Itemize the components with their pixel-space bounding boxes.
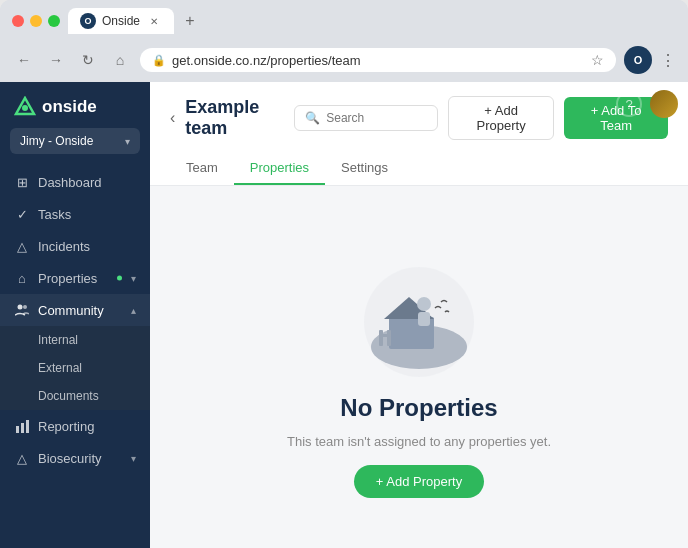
svg-rect-6 — [26, 420, 29, 433]
properties-icon: ⌂ — [14, 270, 30, 286]
title-row: ‹ Example team — [170, 97, 294, 139]
org-selector-chevron: ▾ — [125, 136, 130, 147]
community-section: Community ▴ Internal External Documents — [0, 294, 150, 410]
back-nav-button[interactable]: ← — [12, 48, 36, 72]
empty-state-add-button[interactable]: + Add Property — [354, 465, 484, 498]
sidebar-community-label: Community — [38, 303, 123, 318]
sidebar-item-biosecurity[interactable]: △ Biosecurity ▾ — [0, 442, 150, 474]
header-top-row: ‹ Example team 🔍 + Add Property + Add To… — [170, 96, 668, 140]
sidebar-item-reporting[interactable]: Reporting — [0, 410, 150, 442]
browser-tabs: O Onside ✕ + — [68, 8, 676, 34]
org-selector[interactable]: Jimy - Onside ▾ — [10, 128, 140, 154]
sidebar-item-incidents[interactable]: △ Incidents — [0, 230, 150, 262]
sidebar-nav: ⊞ Dashboard ✓ Tasks △ Incidents ⌂ Proper… — [0, 166, 150, 548]
tab-close-button[interactable]: ✕ — [146, 13, 162, 29]
bookmark-icon[interactable]: ☆ — [591, 52, 604, 68]
svg-rect-5 — [21, 423, 24, 433]
help-icon[interactable]: ? — [616, 91, 642, 117]
app-logo: onside — [0, 82, 150, 128]
svg-point-3 — [23, 305, 27, 309]
reporting-icon — [14, 418, 30, 434]
svg-rect-15 — [418, 312, 430, 326]
sidebar-item-community[interactable]: Community ▴ — [0, 294, 150, 326]
refresh-button[interactable]: ↻ — [76, 48, 100, 72]
empty-state-title: No Properties — [340, 394, 497, 422]
browser-title-bar: O Onside ✕ + — [0, 0, 688, 42]
extension-icon[interactable]: O — [624, 46, 652, 74]
content-header: ‹ Example team 🔍 + Add Property + Add To… — [150, 82, 688, 186]
dashboard-icon: ⊞ — [14, 174, 30, 190]
sidebar-item-internal[interactable]: Internal — [0, 326, 150, 354]
tab-properties[interactable]: Properties — [234, 152, 325, 185]
biosecurity-expand-icon: ▾ — [131, 453, 136, 464]
tab-settings[interactable]: Settings — [325, 152, 404, 185]
sidebar-item-external[interactable]: External — [0, 354, 150, 382]
sidebar-item-label: Reporting — [38, 419, 136, 434]
community-expand-icon: ▴ — [131, 305, 136, 316]
address-bar[interactable]: 🔒 get.onside.co.nz/properties/team ☆ — [140, 48, 616, 72]
logo-text: onside — [42, 97, 97, 117]
sidebar-item-properties[interactable]: ⌂ Properties ▾ — [0, 262, 150, 294]
close-window-button[interactable] — [12, 15, 24, 27]
home-button[interactable]: ⌂ — [108, 48, 132, 72]
tasks-icon: ✓ — [14, 206, 30, 222]
search-icon: 🔍 — [305, 111, 320, 125]
search-box[interactable]: 🔍 — [294, 105, 438, 131]
sidebar-item-label: Incidents — [38, 239, 136, 254]
sidebar-item-label: Properties — [38, 271, 123, 286]
svg-rect-4 — [16, 426, 19, 433]
community-sub-nav: Internal External Documents — [0, 326, 150, 410]
tab-team[interactable]: Team — [170, 152, 234, 185]
sidebar-item-label: Biosecurity — [38, 451, 123, 466]
svg-point-14 — [417, 297, 431, 311]
sidebar-item-label: Dashboard — [38, 175, 136, 190]
svg-rect-11 — [379, 330, 383, 346]
active-tab[interactable]: O Onside ✕ — [68, 8, 174, 34]
biosecurity-icon: △ — [14, 450, 30, 466]
window-controls — [12, 15, 60, 27]
back-button[interactable]: ‹ — [170, 109, 175, 127]
svg-rect-13 — [379, 334, 391, 337]
sidebar-item-documents[interactable]: Documents — [0, 382, 150, 410]
browser-menu-button[interactable]: ⋮ — [660, 51, 676, 70]
svg-point-2 — [18, 305, 23, 310]
browser-action-buttons: O ⋮ — [624, 46, 676, 74]
address-bar-row: ← → ↻ ⌂ 🔒 get.onside.co.nz/properties/te… — [0, 42, 688, 82]
add-property-button[interactable]: + Add Property — [448, 96, 554, 140]
logo-icon — [14, 96, 36, 118]
tab-favicon: O — [80, 13, 96, 29]
header-actions: 🔍 + Add Property + Add To Team — [294, 96, 668, 140]
page-title: Example team — [185, 97, 294, 139]
sidebar-item-tasks[interactable]: ✓ Tasks — [0, 198, 150, 230]
forward-nav-button[interactable]: → — [44, 48, 68, 72]
empty-state-subtitle: This team isn't assigned to any properti… — [287, 434, 551, 449]
new-tab-button[interactable]: + — [178, 9, 202, 33]
sidebar-item-label: Tasks — [38, 207, 136, 222]
svg-point-1 — [22, 105, 28, 111]
lock-icon: 🔒 — [152, 54, 166, 67]
incidents-icon: △ — [14, 238, 30, 254]
sidebar-item-dashboard[interactable]: ⊞ Dashboard — [0, 166, 150, 198]
sidebar: onside Jimy - Onside ▾ ⊞ Dashboard ✓ Tas… — [0, 82, 150, 548]
empty-illustration — [359, 262, 479, 382]
org-selector-label: Jimy - Onside — [20, 134, 93, 148]
community-icon — [14, 302, 30, 318]
minimize-window-button[interactable] — [30, 15, 42, 27]
properties-notification-dot — [117, 276, 122, 281]
user-avatar[interactable] — [650, 90, 678, 118]
maximize-window-button[interactable] — [48, 15, 60, 27]
tab-label: Onside — [102, 14, 140, 28]
properties-expand-icon: ▾ — [131, 273, 136, 284]
empty-state: No Properties This team isn't assigned t… — [150, 186, 688, 548]
search-input[interactable] — [326, 111, 427, 125]
url-text: get.onside.co.nz/properties/team — [172, 53, 585, 68]
main-content: ? ‹ Example team 🔍 + Add Property + Add … — [150, 82, 688, 548]
svg-rect-12 — [387, 330, 391, 346]
content-tabs: Team Properties Settings — [170, 152, 668, 185]
